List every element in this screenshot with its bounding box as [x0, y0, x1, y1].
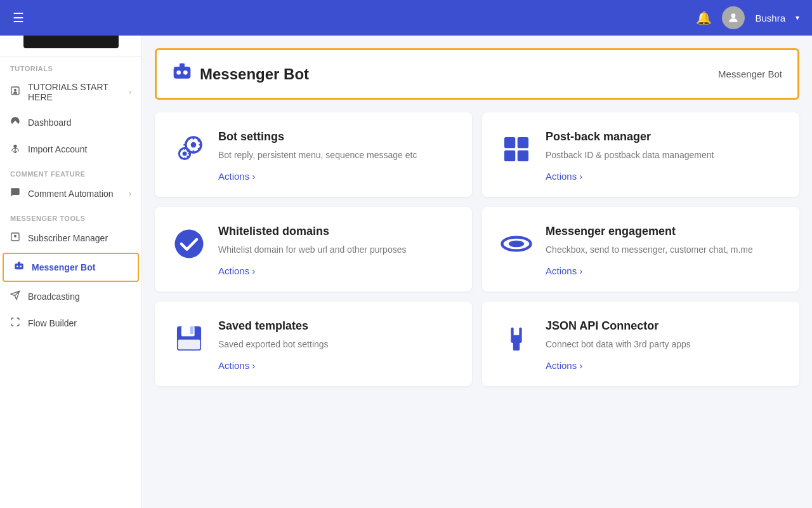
card-title-postback: Post-back manager: [546, 130, 782, 144]
page-header-icon: [172, 62, 192, 86]
cards-grid: Bot settings Bot reply, persistent menu,…: [155, 112, 799, 386]
page-title: Messenger Bot: [200, 65, 309, 83]
hamburger-icon[interactable]: ☰: [13, 10, 24, 25]
actions-engagement[interactable]: Actions ›: [546, 265, 782, 276]
sidebar-item-label-broadcasting: Broadcasting: [28, 291, 80, 302]
card-whitelisted-domains: Whitelisted domains Whitelist domain for…: [155, 207, 472, 291]
main-content: Messenger Bot Messenger Bot Bot settings…: [142, 36, 812, 508]
sidebar-item-broadcasting[interactable]: Broadcasting: [0, 283, 141, 310]
section-label-messenger: MESSENGER TOOLS: [0, 207, 141, 225]
sidebar-item-import-account[interactable]: Import Account: [0, 136, 141, 163]
card-title-bot-settings: Bot settings: [218, 130, 454, 144]
user-dropdown-arrow[interactable]: ▾: [796, 13, 799, 22]
messenger-bot-icon: [14, 261, 24, 274]
card-title-json-api: JSON API Connector: [546, 319, 782, 333]
plug-icon: [500, 322, 533, 361]
sidebar-item-tutorials-start[interactable]: TUTORIALS START HERE ›: [0, 75, 141, 109]
card-bot-settings: Bot settings Bot reply, persistent menu,…: [155, 112, 472, 197]
avatar: [722, 6, 745, 29]
sidebar-item-comment-automation[interactable]: Comment Automation ›: [0, 180, 141, 207]
card-desc-postback: Postback ID & postback data management: [546, 149, 782, 162]
check-icon: [173, 227, 206, 267]
grid-icon: [500, 133, 533, 172]
svg-rect-22: [518, 150, 528, 161]
card-desc-templates: Saved exported bot settings: [218, 338, 454, 351]
broadcasting-icon: [10, 290, 20, 303]
tutorials-icon: [10, 86, 20, 98]
svg-point-2: [14, 89, 16, 91]
svg-rect-32: [511, 328, 513, 337]
sidebar-item-flow-builder[interactable]: Flow Builder: [0, 310, 141, 337]
svg-rect-12: [180, 64, 185, 68]
sidebar-item-dashboard[interactable]: Dashboard: [0, 109, 141, 136]
card-title-templates: Saved templates: [218, 319, 454, 333]
chevron-right-icon-domains: ›: [252, 265, 255, 276]
actions-json-api[interactable]: Actions ›: [546, 360, 782, 371]
svg-rect-21: [504, 150, 515, 161]
chevron-right-icon-bot: ›: [252, 171, 255, 182]
svg-point-14: [183, 70, 188, 75]
svg-rect-28: [190, 326, 193, 334]
chevron-right-icon-engagement: ›: [579, 265, 582, 276]
flow-builder-icon: [10, 317, 20, 330]
card-desc-domains: Whitelist domain for web url and other p…: [218, 243, 454, 257]
sidebar-item-label-flow: Flow Builder: [28, 318, 77, 328]
card-body-engagement: Messenger engagement Checkbox, send to m…: [546, 225, 782, 276]
svg-point-8: [16, 265, 18, 267]
svg-rect-11: [174, 67, 191, 79]
ring-icon: [500, 227, 533, 267]
card-saved-templates: Saved templates Saved exported bot setti…: [155, 302, 472, 386]
bell-icon[interactable]: 🔔: [696, 10, 712, 25]
sidebar: messengerbot 💡 TUTORIALS TUTORIALS START…: [0, 0, 142, 508]
actions-templates[interactable]: Actions ›: [218, 360, 454, 371]
navbar-left: ☰: [13, 10, 24, 25]
svg-rect-20: [518, 137, 528, 148]
comment-icon: [10, 187, 20, 200]
sidebar-item-label-comment: Comment Automation: [28, 189, 114, 199]
actions-domains[interactable]: Actions ›: [218, 265, 454, 276]
card-desc-bot-settings: Bot reply, persistent menu, sequence mes…: [218, 149, 454, 162]
actions-bot-settings[interactable]: Actions ›: [218, 171, 454, 182]
svg-rect-19: [504, 137, 515, 148]
card-title-domains: Whitelisted domains: [218, 225, 454, 238]
svg-point-25: [509, 241, 524, 247]
card-body-templates: Saved templates Saved exported bot setti…: [218, 319, 454, 371]
svg-point-9: [20, 265, 22, 267]
svg-point-0: [731, 13, 736, 18]
card-body-json-api: JSON API Connector Connect bot data with…: [546, 319, 782, 371]
dashboard-icon: [10, 116, 20, 129]
sidebar-item-label-dashboard: Dashboard: [28, 117, 72, 128]
page-header-card: Messenger Bot Messenger Bot: [155, 48, 799, 100]
sidebar-item-subscriber-manager[interactable]: Subscriber Manager: [0, 225, 141, 251]
page-header-left: Messenger Bot: [172, 62, 309, 86]
card-body-domains: Whitelisted domains Whitelist domain for…: [218, 225, 454, 276]
settings-icon: [173, 133, 206, 172]
chevron-right-icon: ›: [129, 88, 131, 97]
chevron-right-icon-json: ›: [579, 360, 582, 371]
card-body-bot-settings: Bot settings Bot reply, persistent menu,…: [218, 130, 454, 182]
card-title-engagement: Messenger engagement: [546, 225, 782, 238]
actions-postback[interactable]: Actions ›: [546, 171, 782, 182]
subscriber-icon: [10, 232, 20, 244]
svg-point-18: [183, 151, 187, 156]
navbar: ☰ 🔔 Bushra ▾: [0, 0, 812, 36]
svg-point-13: [176, 70, 181, 75]
sidebar-item-label-subscriber: Subscriber Manager: [28, 233, 108, 243]
card-desc-json-api: Connect bot data with 3rd party apps: [546, 338, 782, 351]
svg-rect-31: [511, 335, 521, 343]
sidebar-item-label-tutorials: TUTORIALS START HERE: [28, 82, 121, 102]
card-postback-manager: Post-back manager Postback ID & postback…: [482, 112, 799, 197]
svg-rect-29: [178, 340, 200, 350]
save-icon: [173, 322, 206, 361]
breadcrumb: Messenger Bot: [718, 69, 782, 79]
svg-point-5: [14, 235, 16, 237]
navbar-right: 🔔 Bushra ▾: [696, 6, 799, 29]
sidebar-item-label-import: Import Account: [28, 144, 87, 154]
section-label-comment: COMMENT FEATURE: [0, 163, 141, 180]
svg-point-16: [191, 142, 197, 148]
sidebar-item-messenger-bot[interactable]: Messenger Bot: [3, 253, 139, 282]
sidebar-item-label-messenger-bot: Messenger Bot: [32, 262, 95, 272]
svg-point-23: [174, 229, 203, 258]
section-label-tutorials: TUTORIALS: [0, 57, 141, 75]
card-desc-engagement: Checkbox, send to messenger, customer ch…: [546, 243, 782, 257]
